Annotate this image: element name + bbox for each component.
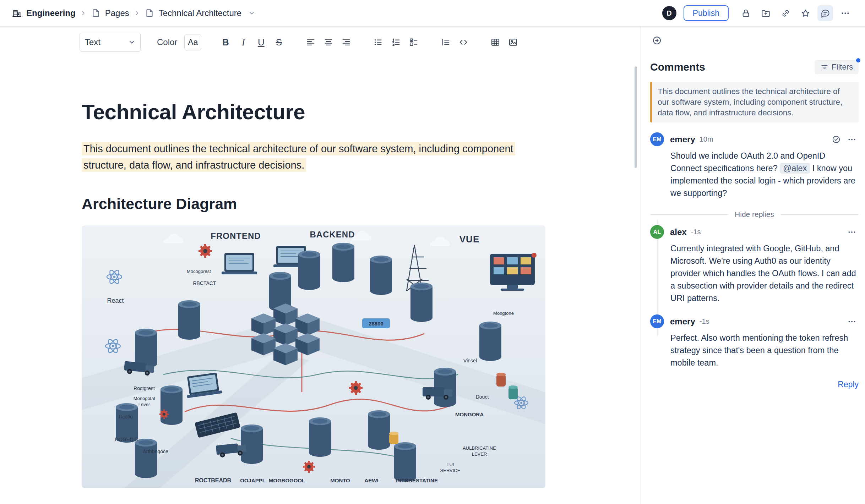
more-actions-button[interactable] (837, 5, 853, 21)
block-group (438, 34, 471, 50)
strikethrough-button[interactable]: S (271, 34, 287, 50)
comment-author: emery (670, 135, 695, 144)
code-block-button[interactable] (456, 34, 471, 50)
copy-link-button[interactable] (778, 5, 793, 21)
star-button[interactable] (798, 5, 813, 21)
underline-icon: U (258, 38, 265, 47)
reply-item: EM emery -1s Perfect. Also worth mention… (650, 314, 859, 369)
align-right-button[interactable] (338, 34, 354, 50)
mention-chip[interactable]: @alex (780, 163, 810, 174)
hide-replies-divider: Hide replies (650, 210, 859, 219)
comment-author: alex (670, 227, 687, 237)
collapse-panel-button[interactable] (650, 34, 664, 47)
diagram-label: SERVICE (440, 468, 461, 473)
space-building-icon (12, 9, 22, 18)
text-color-button[interactable]: Aa (184, 34, 201, 50)
avatar: EM (650, 314, 664, 328)
diagram-label: MONTO (330, 477, 350, 483)
chevron-down-icon[interactable] (248, 10, 255, 17)
comment-more-button[interactable] (845, 315, 859, 328)
comments-toggle-button[interactable] (817, 5, 833, 21)
breadcrumb-current-page[interactable]: Technical Architecture (159, 8, 241, 18)
diagram-label: INTRBESTATINE (396, 477, 438, 483)
align-left-button[interactable] (303, 34, 319, 50)
diagram-label: VUE (459, 234, 479, 245)
comment-timestamp: -1s (691, 228, 701, 236)
quoted-text-block[interactable]: This document outlines the technical arc… (650, 82, 859, 122)
comment-timestamp: -1s (700, 317, 709, 325)
panel-collapse-row (650, 27, 859, 47)
bullet-list-button[interactable] (370, 34, 386, 50)
diagram-label: BACKEND (310, 230, 355, 239)
editor-main: Text Color Aa B I U S (0, 27, 641, 504)
top-actions: D Publish (662, 5, 853, 21)
resolve-comment-button[interactable] (829, 133, 843, 146)
editor-toolbar: Text Color Aa B I U S (0, 27, 641, 58)
reply-link[interactable]: Reply (838, 380, 859, 389)
diagram-label: Douct (476, 394, 489, 400)
architecture-diagram-illustration: FRONTEND BACKEND VUE React Mocogorest RB… (82, 225, 545, 488)
diagram-label: Mocogorest (187, 269, 211, 274)
scrollbar-thumb[interactable] (635, 66, 637, 168)
comment-body: Should we include OAuth 2.0 and OpenID C… (670, 150, 859, 199)
text-style-value: Text (85, 37, 100, 47)
chevron-down-icon (128, 39, 135, 46)
insert-table-button[interactable] (488, 34, 503, 50)
diagram-label: FRONTEND (211, 231, 261, 241)
breadcrumb-space[interactable]: Engineering (26, 8, 76, 18)
diagram-label: DOGEQTL (115, 437, 140, 442)
panel-header: Comments Filters (650, 60, 859, 74)
numbered-list-button[interactable] (388, 34, 404, 50)
comment-more-button[interactable] (845, 133, 859, 146)
italic-button[interactable]: I (235, 34, 251, 50)
top-bar: Engineering Pages Technical Architecture (0, 0, 865, 27)
chevron-right-icon (80, 10, 87, 16)
diagram-label: Vinsel (463, 358, 477, 363)
chevron-right-icon (134, 10, 140, 16)
replies-thread: AL alex -1s Currently integrated with Go… (650, 225, 859, 389)
architecture-diagram-figure[interactable]: FRONTEND BACKEND VUE React Mocogorest RB… (82, 225, 545, 488)
reply-row: Reply (650, 380, 859, 389)
avatar: AL (650, 225, 664, 239)
insert-image-button[interactable] (505, 34, 521, 50)
document-canvas[interactable]: Technical Architecture This document out… (0, 100, 641, 488)
diagram-label: Monogotal (134, 396, 155, 401)
hide-replies-link[interactable]: Hide replies (735, 210, 774, 219)
blockquote-button[interactable] (438, 34, 453, 50)
comment-body: Currently integrated with Google, GitHub… (670, 242, 859, 305)
bold-button[interactable]: B (218, 34, 233, 50)
breadcrumb-pages[interactable]: Pages (105, 8, 129, 18)
comment-more-button[interactable] (845, 225, 859, 239)
filters-button[interactable]: Filters (815, 60, 859, 74)
publish-button[interactable]: Publish (684, 5, 729, 21)
insert-group (488, 34, 521, 50)
user-avatar[interactable]: D (662, 6, 676, 20)
italic-icon: I (242, 37, 245, 47)
diagram-label: React (107, 297, 124, 304)
intro-paragraph: This document outlines the technical arc… (82, 141, 545, 173)
app-window: Engineering Pages Technical Architecture (0, 0, 865, 504)
strikethrough-icon: S (276, 38, 282, 47)
diagram-label: LEVER (472, 451, 487, 457)
filter-icon (820, 63, 829, 71)
diagram-label: AULBRICATINE (463, 445, 496, 451)
format-group: B I U S (218, 34, 287, 50)
comment-header: EM emery 10m (650, 132, 859, 146)
add-to-folder-button[interactable] (758, 5, 773, 21)
comments-panel: Comments Filters This document outlines … (641, 27, 865, 504)
diagram-label: Roctgrest (134, 385, 155, 391)
align-center-button[interactable] (321, 34, 336, 50)
underline-button[interactable]: U (253, 34, 269, 50)
comment-body: Perfect. Also worth mentioning the token… (670, 332, 859, 369)
diagram-label: ROCTBEADB (195, 477, 231, 483)
task-list-button[interactable] (406, 34, 421, 50)
text-style-dropdown[interactable]: Text (80, 33, 141, 52)
restrictions-lock-button[interactable] (738, 5, 754, 21)
breadcrumb: Engineering Pages Technical Architecture (12, 8, 255, 18)
bold-icon: B (222, 38, 229, 47)
diagram-label: MONGORA (455, 411, 484, 417)
comment-header: AL alex -1s (650, 225, 859, 239)
body-row: Text Color Aa B I U S (0, 27, 865, 504)
diagram-label: Rectio (119, 414, 133, 420)
diagram-label: RBCTACT (193, 280, 216, 286)
